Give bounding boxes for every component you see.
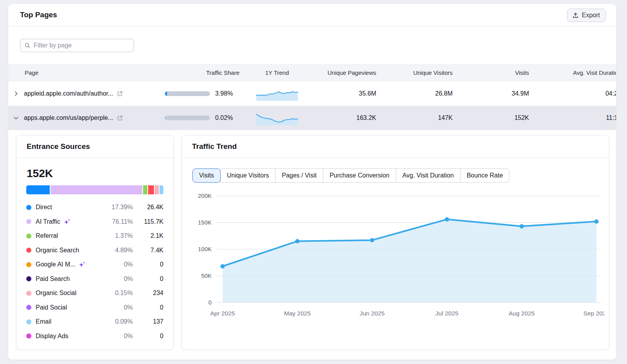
entrance-source-row: Google AI M...0%0 — [26, 257, 163, 272]
y-axis-tick-label: 150K — [198, 219, 212, 226]
table-row[interactable]: appleid.apple.com/auth/author...3.98%35.… — [8, 81, 616, 106]
tab-pages-visit[interactable]: Pages / Visit — [275, 168, 323, 183]
legend-dot-icon — [26, 219, 31, 224]
legend-dot-icon — [26, 319, 31, 324]
traffic-trend-card: Traffic Trend VisitsUnique VisitorsPages… — [181, 135, 609, 350]
x-axis-tick-label: Jul 2025 — [435, 310, 458, 317]
traffic-trend-title: Traffic Trend — [192, 142, 237, 151]
source-label: Direct — [36, 204, 102, 211]
bar-segment-ai-traffic — [51, 185, 142, 194]
traffic-trend-tabs: VisitsUnique VisitorsPages / VisitPurcha… — [192, 168, 609, 183]
source-percent: 76.11% — [102, 218, 133, 225]
external-link-icon[interactable] — [117, 115, 123, 121]
entrance-sources-total: 152K — [27, 167, 173, 180]
external-link-icon[interactable] — [117, 91, 123, 97]
y-axis-tick-label: 0 — [208, 299, 212, 306]
source-percent: 17.39% — [102, 204, 133, 211]
source-label: Google AI M... — [36, 261, 102, 268]
avg-visit-duration-value: 11:13 — [534, 114, 616, 121]
legend-dot-icon — [26, 248, 31, 253]
entrance-source-row: Paid Search0%0 — [26, 272, 163, 286]
source-label: Display Ads — [36, 333, 102, 340]
tab-avg-visit-duration[interactable]: Avg. Visit Duration — [396, 168, 460, 183]
entrance-source-row: Paid Social0%0 — [26, 301, 163, 315]
page-url-text: apps.apple.com/us/app/perple... — [24, 114, 113, 121]
legend-dot-icon — [26, 305, 31, 310]
bar-segment-direct — [26, 185, 50, 194]
unique-visitors-value: 147K — [381, 114, 457, 121]
entrance-sources-card: Entrance Sources 152K Direct17.39%26.4KA… — [16, 135, 174, 350]
source-value: 0 — [133, 304, 163, 311]
source-percent: 0% — [102, 304, 133, 311]
traffic-share-bar — [165, 116, 210, 120]
source-value: 234 — [133, 290, 163, 297]
traffic-share-cell: 3.98% — [159, 90, 246, 97]
1y-trend-sparkline — [246, 87, 308, 101]
entrance-source-row: Direct17.39%26.4K — [26, 200, 163, 215]
source-percent: 0.15% — [102, 290, 133, 297]
source-value: 115.7K — [133, 218, 163, 225]
ai-sparkle-icon — [78, 261, 86, 268]
top-pages-header: Top Pages Export — [8, 4, 616, 26]
col-header-traffic-share: Traffic Share — [159, 69, 246, 76]
x-axis-tick-label: Jun 2025 — [360, 310, 385, 317]
source-value: 0 — [133, 333, 163, 340]
col-header-1y-trend: 1Y Trend — [246, 69, 308, 76]
table-header-row: Page Traffic Share 1Y Trend Unique Pagev… — [8, 64, 616, 81]
page-url-link[interactable]: apps.apple.com/us/app/perple... — [24, 114, 159, 121]
legend-dot-icon — [26, 291, 31, 296]
entrance-source-row: Display Ads0%0 — [26, 329, 163, 344]
x-axis-tick-label: May 2025 — [284, 310, 311, 317]
col-header-avg-visit-duration: Avg. Visit Duration — [534, 69, 616, 76]
source-percent: 4.89% — [102, 247, 133, 254]
tab-visits[interactable]: Visits — [192, 168, 221, 183]
tab-purchase-conversion[interactable]: Purchase Conversion — [323, 168, 396, 183]
source-label: AI Traffic — [36, 218, 102, 226]
source-label: Paid Social — [36, 304, 102, 311]
collapse-row-button[interactable] — [8, 115, 24, 121]
chevron-right-icon[interactable] — [13, 91, 19, 97]
search-icon — [24, 42, 31, 49]
chevron-down-icon[interactable] — [13, 115, 19, 121]
col-header-unique-visitors: Unique Visitors — [381, 69, 457, 76]
source-value: 137 — [133, 318, 163, 325]
avg-visit-duration-value: 04:25 — [534, 90, 616, 97]
traffic-share-value: 3.98% — [215, 90, 233, 97]
entrance-source-row: AI Traffic76.11%115.7K — [26, 215, 163, 229]
tab-bounce-rate[interactable]: Bounce Rate — [460, 168, 510, 183]
entrance-source-row: Organic Search4.89%7.4K — [26, 243, 163, 258]
export-label: Export — [582, 12, 600, 19]
expand-row-button[interactable] — [8, 91, 24, 97]
bar-segment-organic-search — [148, 185, 154, 194]
unique-pageviews-value: 35.6M — [308, 90, 381, 97]
source-percent: 0.09% — [102, 318, 133, 325]
source-label: Organic Social — [36, 290, 102, 297]
source-percent: 0% — [102, 333, 133, 340]
traffic-trend-chart: 050K100K150K200KApr 2025May 2025Jun 2025… — [189, 186, 604, 322]
tab-unique-visitors[interactable]: Unique Visitors — [220, 168, 275, 183]
entrance-source-row: Referral1.37%2.1K — [26, 229, 163, 243]
export-button[interactable]: Export — [567, 9, 606, 22]
traffic-share-bar — [165, 91, 210, 96]
source-percent: 0% — [102, 275, 133, 283]
source-percent: 1.37% — [102, 232, 133, 239]
traffic-share-cell: 0.02% — [159, 114, 246, 121]
legend-dot-icon — [26, 333, 31, 339]
bar-segment-email — [159, 185, 163, 194]
table-row[interactable]: apps.apple.com/us/app/perple...0.02%163.… — [8, 106, 616, 130]
filter-by-page-input[interactable] — [34, 42, 130, 49]
x-axis-tick-label: Sep 2025 — [584, 310, 604, 317]
legend-dot-icon — [26, 276, 31, 281]
col-header-visits: Visits — [457, 69, 534, 76]
filter-input-box[interactable] — [20, 39, 134, 52]
expanded-row-details: Entrance Sources 152K Direct17.39%26.4KA… — [8, 130, 616, 360]
x-axis-tick-label: Aug 2025 — [509, 310, 535, 317]
y-axis-tick-label: 50K — [201, 272, 212, 279]
source-percent: 0% — [102, 261, 133, 268]
filter-section — [8, 26, 616, 64]
page-url-link[interactable]: appleid.apple.com/auth/author... — [24, 90, 159, 97]
legend-dot-icon — [26, 205, 31, 210]
source-value: 26.4K — [133, 204, 163, 211]
source-value: 7.4K — [133, 247, 163, 254]
visits-area-chart: 050K100K150K200KApr 2025May 2025Jun 2025… — [189, 186, 604, 321]
